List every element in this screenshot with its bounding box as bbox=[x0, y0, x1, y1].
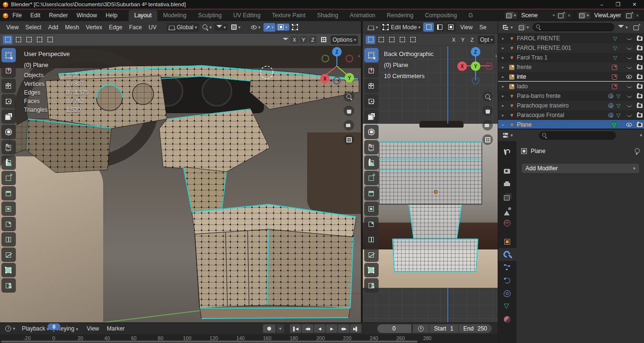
gizmo-axis-x-neg[interactable] bbox=[485, 62, 493, 70]
tool-button[interactable] bbox=[364, 63, 379, 78]
workspace-tab[interactable]: Shading bbox=[311, 10, 344, 21]
outliner-row[interactable]: ▸ lado bbox=[498, 82, 644, 91]
viewport-menu-item[interactable]: View bbox=[3, 24, 22, 31]
object-name[interactable]: Paracoque Frontal bbox=[517, 112, 606, 118]
viewport-menu-item[interactable]: Add bbox=[45, 24, 61, 31]
pan-button[interactable] bbox=[344, 106, 354, 116]
workspace-tab[interactable]: Rendering bbox=[381, 10, 419, 21]
workspace-tab[interactable]: Layout bbox=[129, 10, 157, 21]
tool-button[interactable] bbox=[364, 201, 379, 216]
new-scene-button[interactable] bbox=[557, 12, 566, 19]
render-visibility-toggle[interactable] bbox=[637, 56, 643, 60]
add-modifier-dropdown[interactable]: Add Modifier ▾ bbox=[521, 163, 640, 174]
gizmo-axis-y[interactable]: Y bbox=[471, 61, 480, 71]
end-frame-field[interactable]: End250 bbox=[458, 324, 492, 333]
viewlayer-selector[interactable]: ▾ ViewLayer × bbox=[577, 11, 641, 20]
select-mode-button[interactable] bbox=[387, 35, 396, 44]
viewport-left-canvas[interactable]: User Perspective (0) Plane Objects1 / 2 … bbox=[0, 46, 361, 322]
expand-arrow-icon[interactable]: ▸ bbox=[502, 46, 507, 50]
gizmo-axis-z[interactable]: Z bbox=[332, 47, 342, 57]
tool-button[interactable] bbox=[1, 79, 16, 93]
viewport-menu-item[interactable]: UV bbox=[145, 24, 160, 31]
tool-button[interactable] bbox=[364, 94, 379, 108]
outliner-row[interactable]: ▸ Para-barro frente bbox=[498, 91, 644, 101]
hide-toggle[interactable] bbox=[624, 75, 634, 79]
gizmo-axis-y[interactable]: Y bbox=[345, 73, 354, 83]
hide-toggle[interactable] bbox=[624, 85, 634, 88]
ortho-toggle-button[interactable] bbox=[344, 134, 354, 145]
tool-button[interactable] bbox=[1, 140, 16, 154]
properties-tab[interactable] bbox=[498, 248, 516, 261]
workspace-tab[interactable]: Animation bbox=[344, 10, 381, 21]
scene-name[interactable]: Scene bbox=[517, 12, 551, 19]
outliner-row[interactable]: ▸ FAROL FRENTE.001 bbox=[498, 43, 644, 53]
element-select-button[interactable] bbox=[423, 23, 434, 32]
viewport-menu-item[interactable]: Face bbox=[126, 24, 145, 31]
select-mode-button[interactable] bbox=[397, 35, 407, 44]
viewport-right-canvas[interactable]: Back Orthographic (0) Plane 10 Centimete… bbox=[363, 46, 498, 322]
tool-button[interactable] bbox=[364, 155, 379, 170]
hide-toggle[interactable] bbox=[624, 56, 634, 59]
snap-toggle-button[interactable]: ▾ bbox=[215, 24, 228, 31]
expand-arrow-icon[interactable]: ▸ bbox=[502, 103, 507, 108]
timeline-scrollbar[interactable] bbox=[1, 341, 417, 343]
element-select-button[interactable] bbox=[434, 23, 445, 32]
tool-button[interactable] bbox=[1, 186, 16, 201]
viewport-menu-item[interactable]: Vertex bbox=[83, 24, 106, 31]
render-visibility-toggle[interactable] bbox=[637, 84, 643, 89]
gizmos-toggle-button[interactable]: ↗▾ bbox=[263, 23, 276, 32]
gizmo-axis-z-neg[interactable] bbox=[333, 77, 341, 84]
render-visibility-toggle[interactable] bbox=[637, 36, 643, 41]
auto-key-button[interactable] bbox=[263, 324, 275, 333]
minimize-button[interactable]: – bbox=[595, 1, 608, 7]
hide-toggle[interactable] bbox=[624, 37, 634, 40]
gizmo-axis-y-neg[interactable] bbox=[322, 55, 329, 62]
viewport-menu-item[interactable]: Edge bbox=[106, 24, 126, 31]
zoom-button[interactable] bbox=[482, 91, 493, 102]
tool-button[interactable] bbox=[1, 63, 16, 78]
select-mode-button[interactable] bbox=[3, 35, 12, 44]
expand-arrow-icon[interactable]: ▸ bbox=[502, 36, 507, 41]
properties-search[interactable] bbox=[539, 131, 616, 140]
playhead-current-frame[interactable]: 0 bbox=[48, 323, 60, 330]
zoom-button[interactable] bbox=[344, 91, 354, 102]
viewport-menu-item[interactable]: Mesh bbox=[62, 24, 83, 31]
render-visibility-toggle[interactable] bbox=[637, 113, 643, 118]
render-visibility-toggle[interactable] bbox=[637, 123, 643, 127]
tool-button[interactable] bbox=[1, 263, 16, 277]
tool-button[interactable] bbox=[364, 140, 379, 154]
properties-tab[interactable] bbox=[498, 261, 516, 274]
properties-tab[interactable] bbox=[498, 300, 516, 313]
tool-button[interactable] bbox=[1, 109, 16, 124]
object-name[interactable]: Farol Tras 1 bbox=[517, 54, 611, 61]
mirror-axis-button[interactable]: X bbox=[290, 35, 298, 44]
outliner-row[interactable]: ▸ Farol Tras 1 bbox=[498, 53, 644, 62]
timeline-menu-item[interactable]: View bbox=[83, 325, 103, 332]
ortho-toggle-button[interactable] bbox=[482, 134, 493, 145]
display-mode-button[interactable]: ▾ bbox=[517, 24, 531, 31]
hide-toggle[interactable] bbox=[624, 123, 634, 127]
workspace-tab[interactable]: Compositing bbox=[419, 10, 463, 21]
object-name[interactable]: frente bbox=[517, 64, 609, 71]
properties-options-chevron[interactable]: ▾ bbox=[640, 133, 642, 138]
object-name[interactable]: Parachoque traseiro bbox=[517, 102, 606, 109]
properties-type-button[interactable]: ▾ bbox=[501, 131, 515, 139]
tool-button[interactable] bbox=[1, 217, 16, 231]
workspace-tab[interactable]: Sculpting bbox=[192, 10, 227, 21]
tool-button[interactable] bbox=[364, 263, 379, 277]
overlays-toggle-button[interactable]: ▾ bbox=[276, 24, 289, 31]
navigation-gizmo[interactable]: Z X Y bbox=[456, 47, 495, 85]
timeline-menu-item[interactable]: Marker bbox=[103, 325, 128, 332]
properties-tab[interactable] bbox=[498, 287, 516, 300]
proportional-edit-dropdown[interactable]: ▾ bbox=[229, 23, 243, 31]
viewport-menu-item[interactable]: View bbox=[457, 24, 476, 31]
new-viewlayer-button[interactable] bbox=[625, 12, 634, 19]
render-visibility-toggle[interactable] bbox=[637, 104, 643, 108]
expand-arrow-icon[interactable]: ▸ bbox=[502, 65, 507, 70]
outliner-search[interactable] bbox=[533, 23, 614, 31]
object-name[interactable]: Para-barro frente bbox=[517, 93, 606, 99]
unlink-scene-icon[interactable]: × bbox=[566, 13, 572, 18]
tool-button[interactable] bbox=[364, 48, 379, 62]
transport-button[interactable]: ▶▌ bbox=[350, 324, 361, 333]
maximize-button[interactable]: ❒ bbox=[611, 1, 625, 8]
